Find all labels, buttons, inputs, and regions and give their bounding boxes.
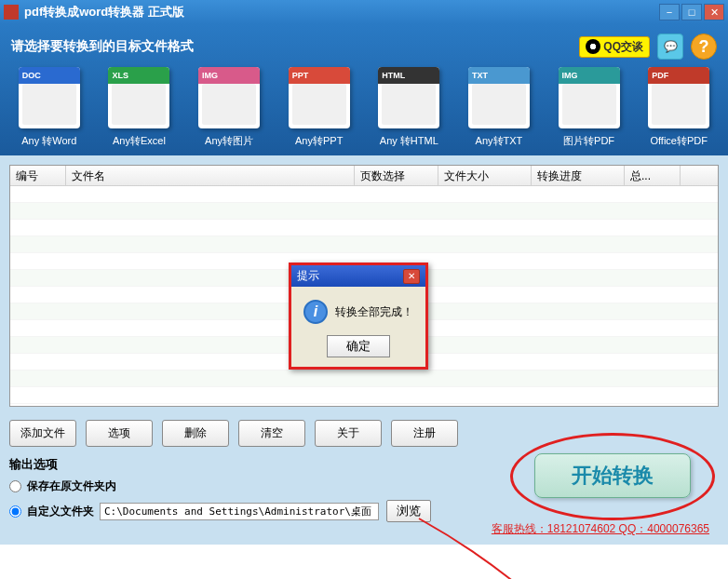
dialog-message: 转换全部完成！ [335, 304, 413, 320]
add-file-button[interactable]: 添加文件 [9, 420, 76, 447]
format-list: DOCAny 转WordXLSAny转ExcelIMGAny转图片PPTAny转… [11, 67, 717, 148]
table-row [10, 220, 718, 236]
register-button[interactable]: 注册 [391, 420, 458, 447]
table-row [10, 186, 718, 203]
format-6[interactable]: IMG图片转PDF [551, 67, 627, 148]
format-1[interactable]: XLSAny转Excel [101, 67, 178, 148]
info-icon: i [303, 300, 328, 324]
col-header[interactable]: 编号 [10, 166, 66, 185]
dialog-ok-button[interactable]: 确定 [327, 335, 390, 357]
qq-label: QQ交谈 [603, 39, 643, 55]
hotline-text[interactable]: 客服热线：18121074602 QQ：4000076365 [492, 521, 709, 537]
action-buttons: 添加文件 选项 删除 清空 关于 注册 [9, 420, 719, 447]
delete-button[interactable]: 删除 [162, 420, 229, 447]
format-3[interactable]: PPTAny转PPT [281, 67, 357, 148]
format-5[interactable]: TXTAny转TXT [461, 67, 537, 148]
save-source-radio[interactable] [9, 480, 21, 492]
format-4[interactable]: HTMLAny 转HTML [371, 67, 448, 148]
options-button[interactable]: 选项 [86, 420, 153, 447]
minimize-button[interactable]: − [659, 4, 680, 20]
chat-button[interactable]: 💬 [657, 34, 683, 60]
path-input[interactable] [100, 503, 379, 520]
clear-button[interactable]: 清空 [238, 420, 305, 447]
info-dialog: 提示 ✕ i 转换全部完成！ 确定 [289, 263, 428, 370]
col-header[interactable]: 文件大小 [438, 166, 532, 185]
qq-icon [586, 39, 600, 54]
qq-chat-button[interactable]: QQ交谈 [579, 36, 650, 58]
table-row [10, 387, 718, 404]
format-7[interactable]: PDFOffice转PDF [640, 67, 717, 148]
custom-folder-radio[interactable] [9, 505, 21, 518]
app-icon [4, 5, 19, 20]
col-header[interactable]: 总... [625, 166, 681, 185]
format-0[interactable]: DOCAny 转Word [11, 67, 88, 148]
col-header[interactable]: 转换进度 [532, 166, 625, 185]
dialog-close-button[interactable]: ✕ [403, 269, 420, 284]
dialog-title: 提示 [297, 268, 319, 284]
col-header[interactable]: 文件名 [66, 166, 355, 185]
help-button[interactable]: ? [691, 34, 717, 60]
titlebar: pdf转换成word转换器 正式版 − □ ✕ [0, 0, 728, 24]
close-button[interactable]: ✕ [704, 4, 724, 20]
table-row [10, 203, 718, 220]
window-title: pdf转换成word转换器 正式版 [24, 4, 657, 20]
table-row [10, 370, 718, 387]
format-2[interactable]: IMGAny转图片 [191, 67, 267, 148]
custom-folder-label: 自定义文件夹 [27, 504, 94, 519]
dialog-titlebar: 提示 ✕ [291, 265, 425, 287]
save-source-label: 保存在原文件夹内 [27, 478, 116, 494]
browse-button[interactable]: 浏览 [386, 500, 431, 522]
col-header[interactable]: 页数选择 [355, 166, 438, 185]
table-header: 编号文件名页数选择文件大小转换进度总... [10, 166, 718, 186]
chat-icon: 💬 [664, 40, 678, 53]
maximize-button[interactable]: □ [681, 4, 702, 20]
header-label: 请选择要转换到的目标文件格式 [11, 38, 579, 55]
header: 请选择要转换到的目标文件格式 QQ交谈 💬 ? DOCAny 转WordXLSA… [0, 24, 728, 155]
about-button[interactable]: 关于 [315, 420, 382, 447]
table-row [10, 236, 718, 253]
start-convert-button[interactable]: 开始转换 [534, 453, 691, 498]
